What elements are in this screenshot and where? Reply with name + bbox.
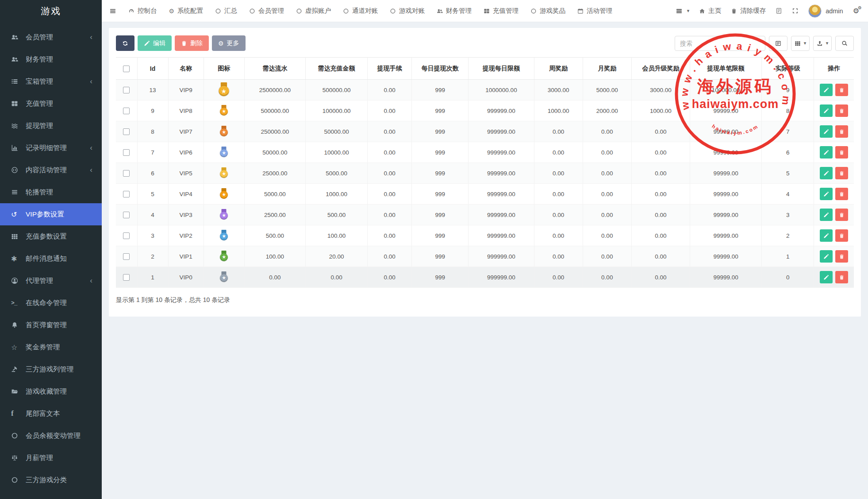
nav-item-会员管理[interactable]: 会员管理 <box>249 7 284 15</box>
row-edit-button[interactable] <box>820 250 833 263</box>
nav-item-财务管理[interactable]: 财务管理 <box>437 7 472 15</box>
nav-item-虚拟账户[interactable]: 虚拟账户 <box>296 7 331 15</box>
toolbar: 编辑 删除 ⚙ 更多 ▾ <box>116 35 854 51</box>
sidebar-item-会员管理[interactable]: 会员管理‹ <box>0 26 102 48</box>
cell-name: VIP4 <box>168 184 204 205</box>
sidebar-item-label: 首页弹窗管理 <box>26 321 67 330</box>
table-row[interactable]: 8VIP7★250000.0050000.000.00999999999.000… <box>116 121 854 142</box>
row-delete-button[interactable] <box>835 229 848 242</box>
user-menu[interactable]: admin <box>808 4 843 18</box>
cell-value: 0.00 <box>534 267 583 288</box>
row-delete-button[interactable] <box>835 125 848 138</box>
row-edit-button[interactable] <box>820 229 833 242</box>
row-edit-button[interactable] <box>820 125 833 138</box>
sidebar-item-首页弹窗管理[interactable]: 首页弹窗管理 <box>0 314 102 336</box>
sidebar-toggle-menu-icon[interactable] <box>109 8 116 15</box>
sidebar-item-邮件消息通知[interactable]: ✱邮件消息通知 <box>0 248 102 270</box>
nav-item-控制台[interactable]: 控制台 <box>128 7 157 15</box>
edit-button[interactable]: 编辑 <box>138 35 172 51</box>
refresh-button[interactable] <box>116 35 134 51</box>
row-checkbox[interactable] <box>123 232 130 239</box>
row-edit-button[interactable] <box>820 146 833 159</box>
sidebar-item-提现管理[interactable]: 提现管理 <box>0 115 102 137</box>
row-delete-button[interactable] <box>835 188 848 200</box>
row-edit-button[interactable] <box>820 188 833 200</box>
sidebar-item-充值参数设置[interactable]: 充值参数设置 <box>0 225 102 248</box>
clear-cache-button[interactable]: 清除缓存 <box>731 7 766 15</box>
nav-item-通道对账[interactable]: 通道对账 <box>343 7 378 15</box>
sidebar-item-三方游戏列管理[interactable]: 三方游戏列管理 <box>0 358 102 380</box>
row-checkbox[interactable] <box>123 191 130 197</box>
sidebar-item-财务管理[interactable]: 财务管理 <box>0 48 102 70</box>
row-edit-button[interactable] <box>820 104 833 117</box>
row-delete-button[interactable] <box>835 250 848 263</box>
nav-item-系统配置[interactable]: ⚙系统配置 <box>169 7 204 15</box>
sidebar-item-VIP参数设置[interactable]: ↺VIP参数设置 <box>0 203 102 225</box>
nav-item-汇总[interactable]: 汇总 <box>215 7 237 15</box>
row-checkbox[interactable] <box>123 253 130 260</box>
row-checkbox[interactable] <box>123 212 130 218</box>
row-checkbox[interactable] <box>123 274 130 281</box>
cell-value: 0.00 <box>368 163 412 184</box>
row-delete-button[interactable] <box>835 84 848 96</box>
table-row[interactable]: 5VIP4★5000.001000.000.00999999999.000.00… <box>116 184 854 205</box>
row-delete-button[interactable] <box>835 209 848 221</box>
table-row[interactable]: 9VIP8★500000.00100000.000.00999999999.00… <box>116 101 854 121</box>
table-row[interactable]: 4VIP3★2500.00500.000.00999999999.000.000… <box>116 205 854 225</box>
row-edit-button[interactable] <box>820 84 833 96</box>
delete-button[interactable]: 删除 <box>175 35 209 51</box>
sidebar-item-宝箱管理[interactable]: 宝箱管理‹ <box>0 70 102 93</box>
home-button[interactable]: 主页 <box>699 7 721 15</box>
table-row[interactable]: 2VIP1★100.0020.000.00999999999.000.000.0… <box>116 246 854 267</box>
nav-item-充值管理[interactable]: 充值管理 <box>484 7 518 15</box>
row-checkbox[interactable] <box>123 149 130 156</box>
sidebar-item-三方游戏分类[interactable]: 三方游戏分类 <box>0 469 102 491</box>
detail-view-button[interactable] <box>769 36 787 51</box>
fullscreen-button[interactable] <box>792 8 799 14</box>
row-delete-button[interactable] <box>835 146 848 159</box>
table-row[interactable]: 6VIP5★25000.005000.000.00999999999.000.0… <box>116 163 854 184</box>
sidebar-item-轮播管理[interactable]: 轮播管理 <box>0 181 102 203</box>
sidebar-item-代理管理[interactable]: 代理管理‹ <box>0 270 102 292</box>
sidebar-item-会员余额变动管理[interactable]: 会员余额变动管理 <box>0 425 102 447</box>
row-checkbox[interactable] <box>123 108 130 114</box>
sidebar-item-尾部富文本[interactable]: f尾部富文本 <box>0 402 102 425</box>
settings-cogs-icon[interactable]: ⚙⚙ <box>853 7 859 15</box>
more-button[interactable]: ⚙ 更多 <box>212 35 246 51</box>
nav-item-活动管理[interactable]: 活动管理 <box>577 7 612 15</box>
search-button[interactable] <box>835 36 854 51</box>
table-row[interactable]: 7VIP6★50000.0010000.000.00999999999.000.… <box>116 142 854 163</box>
sidebar-item-奖金券管理[interactable]: ☆奖金券管理 <box>0 336 102 358</box>
nav-item-游戏对账[interactable]: 游戏对账 <box>390 7 425 15</box>
nav-item-游戏奖品[interactable]: 游戏奖品 <box>530 7 565 15</box>
row-edit-button[interactable] <box>820 167 833 179</box>
row-delete-button[interactable] <box>835 167 848 179</box>
sidebar-item-充值管理[interactable]: 充值管理 <box>0 93 102 115</box>
table-row[interactable]: 3VIP2★500.00100.000.00999999999.000.000.… <box>116 225 854 246</box>
columns-button[interactable]: ▾ <box>791 36 810 51</box>
row-checkbox[interactable] <box>123 87 130 93</box>
table-row[interactable]: 1VIP0★0.000.000.00999999999.000.000.000.… <box>116 267 854 288</box>
quick-menu-dropdown[interactable]: ▾ <box>676 8 690 15</box>
sidebar-item-在线命令管理[interactable]: >_在线命令管理 <box>0 292 102 314</box>
row-delete-button[interactable] <box>835 104 848 117</box>
sidebar-item-游戏收藏管理[interactable]: 游戏收藏管理 <box>0 380 102 402</box>
sidebar-item-记录明细管理[interactable]: 记录明细管理‹ <box>0 137 102 159</box>
circle-icon <box>530 8 537 14</box>
row-edit-button[interactable] <box>820 209 833 221</box>
row-checkbox[interactable] <box>123 170 130 177</box>
cell-id: 6 <box>137 163 168 184</box>
row-delete-button[interactable] <box>835 271 848 283</box>
sidebar-item-内容活动管理[interactable]: 内容活动管理‹ <box>0 159 102 181</box>
search-input[interactable] <box>675 36 765 51</box>
pencil-icon <box>823 108 829 114</box>
row-edit-button[interactable] <box>820 271 833 283</box>
row-checkbox[interactable] <box>123 128 130 135</box>
select-all-checkbox[interactable] <box>123 66 130 72</box>
nav-item-label: 游戏奖品 <box>540 7 565 15</box>
cell-value: 3000.00 <box>631 80 690 101</box>
docs-button[interactable] <box>776 8 782 14</box>
table-row[interactable]: 13VIP9★2500000.00500000.000.009991000000… <box>116 80 854 101</box>
sidebar-item-月薪管理[interactable]: 月薪管理 <box>0 447 102 469</box>
export-button[interactable]: ▾ <box>813 36 832 51</box>
